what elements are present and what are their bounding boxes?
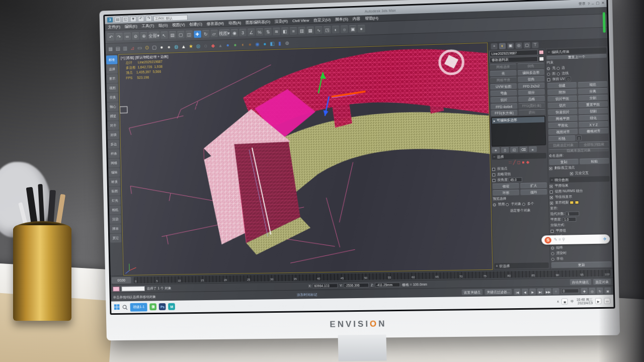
rect-region-icon[interactable]: ▢ bbox=[177, 31, 185, 38]
side-ribbon-item[interactable]: 轴心 bbox=[107, 102, 119, 111]
show-cage-checkbox[interactable] bbox=[550, 202, 553, 205]
modifier-button[interactable]: FFD 4x4x4 bbox=[491, 103, 517, 110]
menu-item[interactable]: 渲染(R) bbox=[275, 18, 288, 24]
preview-subobj-radio[interactable] bbox=[506, 203, 509, 206]
modeling-shelf-icon[interactable]: ◧ bbox=[269, 40, 276, 47]
command-panel-tab[interactable]: ▢ bbox=[524, 42, 531, 48]
selection-filter-dropdown[interactable]: 全部▾ bbox=[148, 32, 159, 39]
new-scene-icon[interactable]: ▤ bbox=[115, 17, 121, 23]
hide-selected-button[interactable]: 隐藏选定对象 bbox=[548, 142, 578, 148]
modeling-shelf-icon[interactable]: ▢ bbox=[151, 44, 157, 51]
maxscript-listener-input[interactable] bbox=[121, 286, 145, 291]
modeling-shelf-icon[interactable]: ● bbox=[247, 41, 253, 47]
subobject-icon[interactable]: ╱ bbox=[513, 161, 516, 165]
update-manual-radio[interactable] bbox=[551, 257, 554, 260]
side-ribbon-item[interactable]: 选择 bbox=[106, 65, 118, 74]
current-frame-field[interactable]: 0 bbox=[561, 289, 579, 294]
side-ribbon-item[interactable]: 层级 bbox=[108, 130, 119, 139]
preserve-uv-checkbox[interactable] bbox=[547, 78, 550, 81]
delete-isolated-checkbox[interactable] bbox=[549, 167, 552, 170]
edit-geometry-button[interactable]: 附加 bbox=[547, 88, 577, 95]
command-panel-tab[interactable]: ▣ bbox=[507, 42, 514, 49]
3dsmax-app-icon[interactable]: M bbox=[168, 303, 175, 310]
modeling-shelf-icon[interactable]: ● bbox=[224, 42, 231, 48]
modifier-button[interactable]: 切片 bbox=[491, 97, 517, 103]
menu-item[interactable]: 工具(T) bbox=[141, 23, 154, 29]
ring-button[interactable]: 环形 bbox=[493, 190, 519, 196]
rotate-icon[interactable]: ↻ bbox=[202, 30, 209, 38]
preview-off-radio[interactable] bbox=[493, 203, 496, 206]
side-ribbon-item[interactable]: 编辑 bbox=[109, 168, 120, 177]
modeling-shelf-icon[interactable]: ◉ bbox=[254, 41, 261, 47]
material-editor-icon[interactable]: ◐ bbox=[332, 26, 340, 33]
percent-snap-icon[interactable]: % bbox=[256, 28, 263, 36]
unlink-icon[interactable]: ⊘ bbox=[132, 32, 139, 40]
side-ribbon-item[interactable]: 样条 bbox=[108, 149, 120, 158]
menu-item[interactable]: 图形编辑器(D) bbox=[246, 19, 270, 26]
menu-item[interactable]: 帮助(H) bbox=[365, 15, 378, 21]
iterations-field[interactable]: 1 bbox=[566, 211, 580, 216]
time-slider-handle[interactable]: 0/100 bbox=[112, 277, 131, 284]
angle-snap-icon[interactable]: ∠ bbox=[248, 29, 255, 36]
command-panel-tab[interactable]: ◎ bbox=[515, 42, 522, 49]
modifier-button[interactable]: FFD(长方体) bbox=[491, 110, 517, 116]
spinner-snap-icon[interactable]: ⇅ bbox=[264, 28, 272, 35]
stack-tool-icon[interactable]: ◱ bbox=[510, 147, 519, 153]
ime-tools-icons[interactable]: ✎ ⌗ ⚲ bbox=[554, 237, 565, 243]
modeling-shelf-icon[interactable]: ◆ bbox=[210, 42, 216, 49]
menu-item[interactable]: 创建(C) bbox=[189, 21, 202, 27]
side-ribbon-item[interactable]: 显示 bbox=[107, 74, 118, 83]
modifier-button[interactable]: 网格平滑 bbox=[490, 77, 517, 83]
x-coordinate-field[interactable]: 60964.103 bbox=[312, 284, 338, 289]
preview-multi-radio[interactable] bbox=[522, 203, 525, 206]
ime-indicator[interactable]: 中 bbox=[571, 299, 574, 304]
modeling-shelf-icon[interactable]: ● bbox=[262, 41, 268, 47]
side-ribbon-item[interactable]: 视图 bbox=[107, 83, 118, 93]
side-ribbon-item[interactable]: 捕捉 bbox=[107, 112, 119, 121]
smoothness-field[interactable]: 1.0 bbox=[562, 217, 576, 222]
viewport[interactable]: [+] [透视] [默认明暗处理 + 边面] 总计 Line2029219687… bbox=[118, 43, 493, 276]
side-ribbon-item[interactable]: 渲染 bbox=[110, 215, 121, 224]
y-coordinate-field[interactable]: -2536.306 bbox=[344, 283, 369, 288]
full-interactivity-checkbox[interactable] bbox=[570, 172, 573, 175]
side-ribbon-item[interactable]: 脚本 bbox=[110, 224, 121, 233]
modifier-button[interactable]: 细分 bbox=[518, 89, 545, 96]
select-move-icon[interactable]: ✚ bbox=[194, 30, 201, 38]
playback-button[interactable]: ◀ bbox=[522, 289, 529, 295]
modeling-shelf-icon[interactable]: ◎ bbox=[195, 43, 202, 49]
modifier-button[interactable]: 壳 bbox=[490, 70, 517, 76]
photoshop-icon[interactable]: Ps bbox=[159, 303, 166, 310]
relax-settings-icon[interactable]: □ bbox=[577, 136, 582, 140]
active-app-button[interactable]: 初级1-1 bbox=[130, 303, 148, 311]
subobject-icon[interactable]: ◻ bbox=[517, 160, 521, 164]
save-file-icon[interactable]: ▼ bbox=[130, 16, 136, 22]
sogou-logo-icon[interactable]: S bbox=[544, 237, 551, 243]
playback-button[interactable]: ▶| bbox=[537, 288, 544, 294]
signin-button[interactable]: 登录 bbox=[578, 1, 586, 7]
modifier-button[interactable]: FFD(圆柱体) bbox=[518, 103, 545, 109]
side-ribbon-item[interactable]: 标准 bbox=[106, 55, 118, 64]
search-icon[interactable] bbox=[122, 304, 128, 310]
modifier-button[interactable]: FFD 2x2x2 bbox=[518, 82, 544, 89]
render-setup-icon[interactable]: ☼ bbox=[341, 25, 348, 33]
use-pivot-icon[interactable]: ◉ bbox=[230, 29, 238, 37]
undo-icon[interactable]: ↶ bbox=[107, 33, 115, 41]
stack-tool-icon[interactable]: ⌫ bbox=[519, 147, 528, 153]
max-logo-icon[interactable]: 3 bbox=[107, 17, 113, 23]
layer-manager-icon[interactable]: ▥ bbox=[298, 27, 305, 34]
modeling-shelf-icon[interactable]: ▮ bbox=[276, 40, 283, 47]
help-button[interactable]: ? bbox=[588, 2, 590, 5]
modeling-shelf-icon[interactable]: ▦ bbox=[107, 45, 114, 52]
tray-app-icon[interactable]: ▣ bbox=[561, 298, 568, 304]
crossing-icon[interactable]: ◫ bbox=[185, 31, 193, 38]
modeling-shelf-icon[interactable]: ▥ bbox=[122, 45, 128, 52]
object-name-field[interactable]: Line2029219687 bbox=[490, 50, 538, 57]
modeling-shelf-icon[interactable]: ▭ bbox=[136, 45, 143, 51]
auto-key-button[interactable]: 自动关键点 bbox=[570, 279, 591, 285]
menu-item[interactable]: 视图(V) bbox=[172, 22, 185, 28]
start-button[interactable] bbox=[114, 304, 120, 310]
select-object-icon[interactable]: ↖ bbox=[160, 31, 168, 39]
constraint-normal-radio[interactable] bbox=[556, 72, 559, 75]
menu-item[interactable]: Civil View bbox=[292, 18, 309, 23]
modeling-shelf-icon[interactable]: ◖ bbox=[239, 41, 246, 48]
